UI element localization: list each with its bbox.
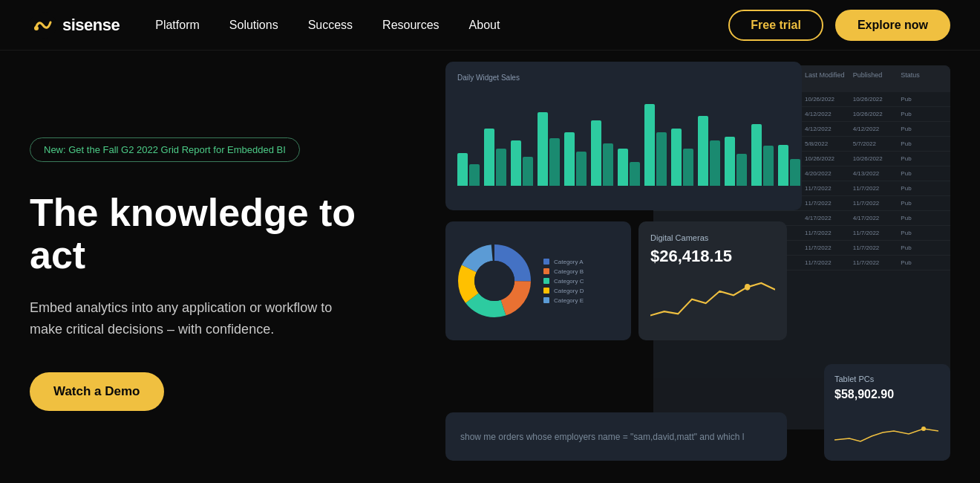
logo-text: sisense [62, 16, 120, 35]
metric-value-1: $26,418.15 [650, 247, 775, 266]
explore-now-button[interactable]: Explore now [835, 10, 950, 41]
svg-point-9 [745, 284, 750, 291]
query-text: show me orders whose employers name = "s… [460, 432, 744, 442]
bar [564, 132, 575, 186]
bar-group [698, 116, 720, 186]
bar [778, 145, 788, 186]
svg-point-1 [34, 26, 39, 30]
legend-item: Category B [543, 268, 584, 275]
nav-about[interactable]: About [469, 19, 500, 32]
bar [469, 164, 480, 186]
sparkline-1 [650, 275, 775, 320]
hero-title: The knowledge to act [30, 192, 416, 276]
bar [736, 154, 747, 186]
watch-demo-button[interactable]: Watch a Demo [30, 372, 164, 411]
query-panel: show me orders whose employers name = "s… [445, 412, 787, 461]
bar-group [644, 104, 667, 186]
nav-resources[interactable]: Resources [382, 19, 439, 32]
bar [763, 146, 774, 186]
nav-platform[interactable]: Platform [155, 19, 200, 32]
bar [790, 159, 800, 186]
metric-value-2: $58,902.90 [834, 388, 940, 401]
bar [751, 124, 762, 186]
legend-item: Category A [543, 259, 584, 265]
banner-text: New: Get the Fall G2 2022 Grid Report fo… [44, 144, 286, 155]
metric-card-1: Digital Cameras $26,418.15 [638, 221, 787, 340]
donut-chart-panel: Category A Category B Category C Categor… [445, 221, 631, 340]
legend-item: Category E [543, 297, 584, 304]
hero-section: New: Get the Fall G2 2022 Grid Report fo… [0, 51, 980, 483]
donut-chart [457, 244, 532, 318]
bar-group [591, 120, 613, 186]
bar-group [457, 153, 480, 186]
hero-subtitle: Embed analytics into any application or … [30, 297, 342, 340]
bar-group [564, 132, 587, 186]
bar [576, 152, 587, 186]
bar [656, 132, 667, 186]
svg-point-8 [474, 261, 514, 301]
nav-solutions[interactable]: Solutions [229, 19, 278, 32]
hero-right: Name Daily Widget Sales Owner Last Modif… [416, 51, 950, 483]
bar [671, 129, 682, 186]
bar [538, 112, 548, 186]
nav-links: Platform Solutions Success Resources Abo… [155, 19, 728, 32]
sparkline-2 [834, 410, 938, 447]
bar [683, 149, 693, 186]
metric-label-2: Tablet PCs [834, 375, 940, 383]
bar-chart [457, 89, 790, 186]
bar [725, 137, 735, 186]
bar [710, 140, 720, 186]
bar [591, 120, 601, 186]
bar [644, 104, 655, 186]
bar-group [725, 137, 747, 186]
bar [698, 116, 708, 186]
free-trial-button[interactable]: Free trial [728, 10, 823, 41]
bar-group [538, 112, 560, 186]
bar [618, 149, 628, 186]
donut-legend: Category A Category B Category C Categor… [543, 259, 584, 304]
metric-label-1: Digital Cameras [650, 233, 775, 242]
banner-pill[interactable]: New: Get the Fall G2 2022 Grid Report fo… [30, 137, 300, 162]
legend-item: Category C [543, 278, 584, 285]
bar [511, 140, 521, 186]
bar [457, 153, 468, 186]
bar-group [671, 129, 693, 186]
metric-card-2: Tablet PCs $58,902.90 [824, 364, 950, 461]
bar [484, 129, 494, 186]
bar-group [778, 145, 800, 186]
bar-group [751, 124, 774, 186]
logo[interactable]: sisense [30, 12, 120, 39]
bar-group [511, 140, 533, 186]
bar [549, 138, 560, 186]
hero-left: New: Get the Fall G2 2022 Grid Report fo… [30, 51, 416, 483]
bar [496, 149, 506, 186]
bar-chart-title: Daily Widget Sales [457, 74, 790, 82]
navbar: sisense Platform Solutions Success Resou… [0, 0, 980, 51]
nav-actions: Free trial Explore now [728, 10, 950, 41]
bar [630, 162, 640, 186]
svg-point-10 [921, 427, 926, 431]
legend-item: Category D [543, 288, 584, 294]
bar-group [618, 149, 640, 186]
bar-chart-panel: Daily Widget Sales [445, 62, 802, 210]
bar [603, 143, 613, 186]
bar-group [484, 129, 506, 186]
bar [523, 157, 533, 186]
nav-success[interactable]: Success [308, 19, 353, 32]
